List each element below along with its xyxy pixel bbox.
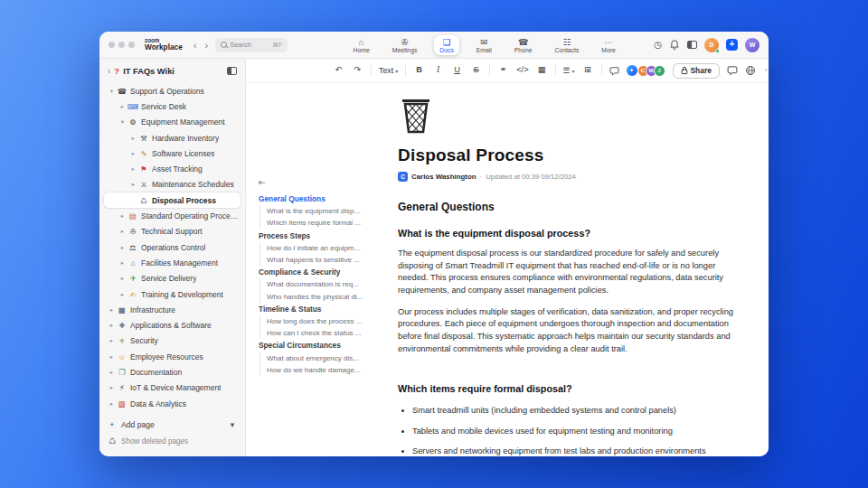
toc-item[interactable]: How do I initiate an equipm... (267, 242, 385, 254)
window-control-minimize[interactable] (118, 42, 125, 48)
text-style-dropdown[interactable]: Text ▾ (379, 66, 398, 75)
window-control-close[interactable] (108, 42, 115, 48)
insert-button[interactable]: ⊞ (582, 66, 594, 74)
ai-companion-button[interactable]: ✦ (627, 65, 637, 76)
toc-item[interactable]: How can I check the status ... (267, 327, 385, 339)
tab-contacts[interactable]: ☷ Contacts (549, 35, 584, 55)
chevron-right-icon[interactable]: ▸ (128, 135, 138, 142)
sidebar-item-infrastructure[interactable]: ▸ ▦ Infrastructure (104, 302, 241, 317)
toc-section-special-circumstances[interactable]: Special Circumstances (259, 340, 385, 352)
toc-item[interactable]: What happens to sensitive ... (267, 254, 385, 266)
add-page-button[interactable]: + Add page ▾ (108, 417, 237, 433)
chevron-right-icon[interactable]: ▸ (128, 150, 138, 157)
chevron-right-icon[interactable]: ▸ (107, 400, 117, 408)
chevron-right-icon[interactable]: ▸ (107, 322, 117, 329)
toc-item[interactable]: How do we handle damage... (267, 364, 385, 376)
sidebar-item-service-desk[interactable]: ▸ ⌨ Service Desk (104, 99, 241, 114)
toc-section-process-steps[interactable]: Process Steps (259, 230, 385, 242)
wiki-back-button[interactable]: ‹ (108, 66, 110, 76)
sidebar-item-support-operations[interactable]: ▾ ☎ Support & Operations (104, 83, 241, 99)
search-input[interactable]: Search ⌘F (215, 38, 288, 52)
bold-button[interactable]: B (413, 66, 425, 74)
redo-button[interactable]: ↷ (352, 66, 363, 74)
more-options-button[interactable]: ⋯ (763, 66, 769, 74)
toc-item[interactable]: What about emergency dis... (267, 352, 385, 364)
list-button[interactable]: ☰ ▾ (563, 66, 575, 75)
link-button[interactable]: ⚭ (497, 66, 509, 74)
chevron-right-icon[interactable]: ▸ (118, 259, 127, 267)
chevron-down-icon[interactable]: ▾ (107, 88, 117, 95)
sidebar-item-employee-resources[interactable]: ▸ ☺ Employee Resources (104, 349, 241, 364)
sidebar-item-training-development[interactable]: ▸ ✍ Training & Development (104, 286, 241, 302)
window-control-zoom[interactable] (128, 42, 135, 48)
undo-button[interactable]: ↶ (333, 66, 344, 74)
chevron-right-icon[interactable]: ▸ (107, 337, 117, 344)
history-icon[interactable]: ◷ (654, 41, 662, 50)
table-button[interactable]: ▦ (536, 66, 548, 74)
sidebar-item-technical-support[interactable]: ▸ ✇ Technical Support (104, 224, 241, 239)
publish-globe-icon[interactable] (745, 65, 756, 76)
chevron-right-icon[interactable]: ▸ (118, 228, 127, 235)
sidebar-item-operations-control[interactable]: ▸ ⚖ Operations Control (104, 239, 241, 255)
sidebar-item-maintenance-schedules[interactable]: ▸ ⚔ Maintenance Schedules (104, 177, 241, 192)
tab-more[interactable]: ⋯ More (596, 35, 621, 55)
tab-meetings[interactable]: ✇ Meetings (387, 35, 423, 55)
chevron-right-icon[interactable]: ▸ (118, 275, 127, 282)
chevron-down-icon[interactable]: ▾ (228, 420, 237, 429)
chevron-right-icon[interactable]: ▸ (107, 306, 117, 314)
sidebar-item-hardware-inventory[interactable]: ▸ ⚒ Hardware Inventory (104, 130, 241, 145)
sidebar-item-documentation[interactable]: ▸ ❒ Documentation (104, 364, 241, 380)
sidebar-item-iot-device-management[interactable]: ▸ ⚡ IoT & Device Management (104, 380, 241, 396)
strikethrough-button[interactable]: S (470, 66, 482, 74)
sidebar-item-service-delivery[interactable]: ▸ ✈ Service Delivery (104, 271, 241, 286)
toc-section-compliance-security[interactable]: Compliance & Security (259, 267, 385, 278)
sidebar-item-standard-operating-procedures[interactable]: ▸ ▤ Standard Operating Procedures (104, 208, 241, 223)
sidebar-item-software-licenses[interactable]: ▸ ✎ Software Licenses (104, 145, 241, 161)
sidebar-toggle-icon[interactable] (227, 67, 237, 75)
toc-section-general-questions[interactable]: General Questions (259, 193, 385, 205)
chevron-right-icon[interactable]: ▸ (107, 369, 117, 376)
toc-item[interactable]: What is the equipment disp... (267, 205, 385, 217)
chevron-right-icon[interactable]: ▸ (128, 181, 138, 188)
underline-button[interactable]: U (451, 66, 463, 74)
tab-phone[interactable]: ☎ Phone (509, 35, 538, 55)
sidebar-item-disposal-process[interactable]: ♺ Disposal Process (104, 192, 241, 208)
show-deleted-pages-button[interactable]: ♺ Show deleted pages (108, 433, 237, 449)
side-panel-icon[interactable] (687, 41, 697, 49)
comments-panel-icon[interactable] (727, 65, 738, 76)
sidebar-item-security[interactable]: ▸ ⚜ Security (104, 333, 241, 349)
collaborator-avatars[interactable]: C M J (637, 65, 665, 77)
sidebar-item-asset-tracking[interactable]: ▸ ⚑ Asset Tracking (104, 161, 241, 176)
chevron-right-icon[interactable]: ▸ (107, 384, 117, 391)
sidebar-item-equipment-management[interactable]: ▾ ⚙ Equipment Management (104, 115, 241, 130)
sidebar-item-applications-software[interactable]: ▸ ❖ Applications & Software (104, 317, 241, 333)
tab-home[interactable]: ⌂ Home (348, 35, 375, 55)
add-button[interactable]: + (726, 39, 738, 51)
avatar[interactable]: D (704, 38, 719, 52)
chevron-right-icon[interactable]: ▸ (118, 291, 127, 298)
sidebar-item-facilities-management[interactable]: ▸ ⌂ Facilities Management (104, 255, 241, 270)
chevron-down-icon[interactable]: ▾ (118, 118, 127, 126)
chevron-right-icon[interactable]: ▸ (118, 212, 127, 220)
toc-item[interactable]: Which items require formal ... (267, 217, 385, 229)
toc-item[interactable]: Who handles the physical di... (267, 291, 385, 303)
profile-avatar[interactable]: W (745, 38, 760, 52)
back-button[interactable]: ‹ (193, 40, 198, 51)
chevron-right-icon[interactable]: ▸ (128, 165, 138, 173)
forward-button[interactable]: › (203, 40, 209, 51)
italic-button[interactable]: I (432, 66, 444, 74)
chevron-right-icon[interactable]: ▸ (118, 244, 127, 251)
tab-email[interactable]: ✉ Email (471, 35, 497, 55)
chevron-right-icon[interactable]: ▸ (107, 353, 117, 361)
toc-collapse-icon[interactable]: ⇤ (259, 177, 385, 187)
share-button[interactable]: Share (673, 63, 720, 79)
comment-button[interactable] (609, 66, 619, 76)
bell-icon[interactable] (669, 39, 680, 51)
chevron-right-icon[interactable]: ▸ (118, 103, 127, 110)
sidebar-item-data-analytics[interactable]: ▸ ▨ Data & Analytics (104, 396, 241, 411)
toc-item[interactable]: What documentation is req... (267, 278, 385, 290)
toc-item[interactable]: How long does the process ... (267, 315, 385, 327)
code-button[interactable]: </> (516, 66, 528, 74)
tab-docs[interactable]: ❏ Docs (434, 35, 459, 55)
toc-section-timeline-status[interactable]: Timeline & Status (259, 304, 385, 315)
